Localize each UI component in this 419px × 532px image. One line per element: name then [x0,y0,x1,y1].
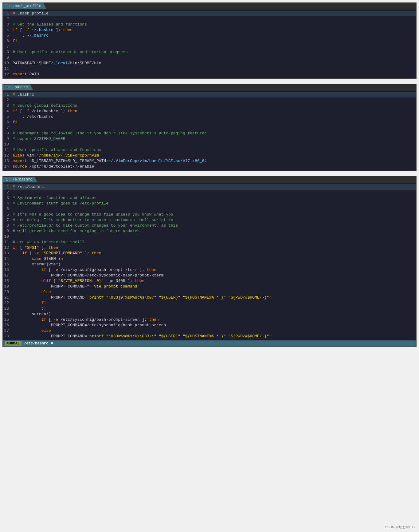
token: PROMPT_COMMAND= [13,334,87,339]
code-line: 28 PROMPT_COMMAND='printf "\033k%s@%s:%s… [3,334,416,339]
line-number: 12 [3,245,11,251]
token: then [149,317,159,322]
line-content [11,142,416,147]
code-line: 10PATH=$PATH:$HOME/.local/bin:$HOME/bin [3,61,416,66]
line-number: 24 [3,312,11,317]
code-line: 5 . /etc/bashrc [3,114,416,120]
code-line: 27 else [3,328,416,334]
token: "${VTE_VERSION:-0}" [58,279,104,283]
code-content: 1# /etc/bashrc23# System wide functions … [3,183,416,340]
code-line: 7 [3,44,416,50]
code-line: 8# User specific environment and startup… [3,50,416,55]
line-number: 10 [3,234,11,240]
line-number: 8 [3,223,11,228]
token: if [13,245,18,250]
line-number: 2 [3,97,11,103]
code-line: 2 [3,97,416,103]
line-number: 8 [3,50,11,55]
line-content: ;; [11,306,416,312]
line-number: 12 [3,72,11,77]
line-number: 4 [3,201,11,206]
line-number: 6 [3,38,11,44]
line-number: 23 [3,306,11,312]
token: # It's NOT a good idea to change this fi… [13,212,173,217]
code-line: 9# export SYSTEMD_PAGER= [3,136,416,142]
line-content: # export SYSTEMD_PAGER= [11,136,416,142]
line-content: source /opt/rh/devtoolset-7/enable [11,164,416,169]
line-content: export LD_LIBRARY_PATH=$LD_LIBRARY_PATH:… [11,158,416,164]
token: -e [53,317,58,322]
token: [ [27,251,34,256]
code-line: 13 if [ -z "$PROMPT_COMMAND" ]; then [3,251,416,256]
token: then [92,251,101,256]
code-line: 6# It's NOT a good idea to change this f… [3,212,416,217]
code-line: 13export LD_LIBRARY_PATH=$LD_LIBRARY_PAT… [3,158,416,164]
token [13,290,41,294]
line-number: 17 [3,273,11,278]
code-line: 12if [ "$PS1" ]; then [3,245,416,251]
line-content: if [ -f ~/.bashrc ]; then [11,27,416,33]
token: else [41,328,51,333]
line-content: case $TERM in [11,256,416,262]
token: /etc/sysconfig/bash-prompt-xterm ]; [58,268,147,272]
code-line: 21 PROMPT_COMMAND='printf "\033]0;%s@%s:… [3,295,416,300]
line-number: 9 [3,55,11,61]
line-content: # System wide functions and aliases [11,195,416,201]
token: # Environment stuff goes in /etc/profile [13,201,108,206]
line-number: 3 [3,195,11,201]
line-number: 5 [3,206,11,212]
tab-label[interactable]: 1: .bashrc [3,85,33,90]
token: if [22,251,27,256]
token: # [13,185,15,189]
line-number: 16 [3,267,11,273]
code-content: 1# .bash_profile23# Get the aliases and … [3,10,416,78]
code-line: 6fi [3,120,416,125]
token: elif [41,279,51,283]
token: # are doing. It's much better to create … [13,218,173,222]
line-number: 3 [3,22,11,27]
line-number: 4 [3,27,11,33]
line-number: 19 [3,284,11,289]
code-line: 4if [ -f ~/.bashrc ]; then [3,27,416,33]
token: PATH=$PATH:$HOME/ [13,61,53,66]
token: # System wide functions and aliases [13,196,96,200]
code-line: 12export PATH [3,72,416,77]
token: if [41,268,46,272]
token: # Get the aliases and functions [13,22,87,27]
code-block-0: 1: .bash_profile1# .bash_profile23# Get … [2,2,417,79]
tab-label[interactable]: 1: /e/bashrc [3,177,37,182]
line-number: 22 [3,300,11,306]
code-line: 18 elif [ "${VTE_VERSION:-0}" -ge 3405 ]… [3,278,416,284]
code-line: 3# System wide functions and aliases [3,195,416,201]
line-number: 26 [3,323,11,328]
line-number: 12 [3,153,11,158]
token: screen*) [13,312,51,316]
line-number: 11 [3,66,11,72]
token: if [13,28,18,32]
line-number: 25 [3,317,11,323]
token: .bash_profile [15,11,49,16]
line-number: 10 [3,61,11,66]
line-number: 15 [3,262,11,267]
code-line: 1# /etc/bashrc [3,184,416,190]
line-number: 13 [3,251,11,256]
tab-label[interactable]: 1: .bash_profile [3,3,46,9]
token: [ [18,245,25,250]
token: # User specific aliases and functions [13,148,101,152]
line-content [11,55,416,61]
line-number: 14 [3,256,11,262]
line-number: 6 [3,212,11,217]
line-number: 9 [3,228,11,234]
token: else [41,290,51,294]
token: # export SYSTEMD_PAGER= [13,137,68,141]
code-line: 22 fi [3,300,416,306]
code-line: 3# Get the aliases and functions [3,22,416,27]
token: -ge 3405 ]; [104,279,135,283]
code-line: 8# Uncomment the following line if you d… [3,131,416,136]
line-number: 7 [3,125,11,131]
token: "__vte_prompt_command" [87,284,140,289]
line-content: PROMPT_COMMAND='printf "\033]0;%s@%s:%s\… [11,295,416,300]
line-content: else [11,328,416,334]
line-content: fi [11,38,416,44]
line-content: PATH=$PATH:$HOME/.local/bin:$HOME/bin [11,61,416,66]
